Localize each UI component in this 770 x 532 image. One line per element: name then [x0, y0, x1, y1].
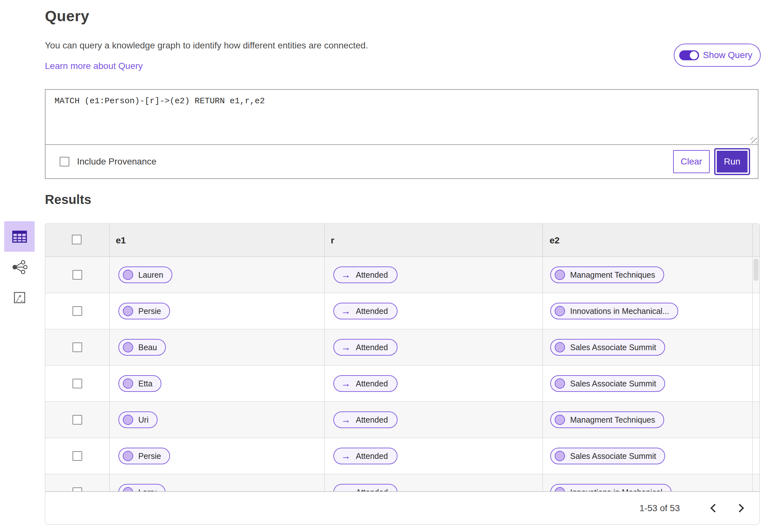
- row-checkbox[interactable]: [72, 487, 82, 492]
- show-query-label: Show Query: [703, 50, 752, 60]
- table-scrollbar-thumb[interactable]: [754, 258, 758, 281]
- toggle-on-icon[interactable]: [679, 50, 699, 60]
- table-row: Uri → Attended Managment Techniques: [45, 402, 759, 438]
- relation-pill-label: Attended: [356, 343, 388, 352]
- e2-pill-label: Managment Techniques: [570, 270, 655, 280]
- relation-pill[interactable]: → Attended: [333, 339, 398, 356]
- entity-node-icon: [555, 306, 565, 316]
- entity-pill-e2[interactable]: Sales Associate Summit: [550, 375, 665, 392]
- relation-pill[interactable]: → Attended: [333, 484, 398, 492]
- table-body: Lauren → Attended Managment Techniques P…: [45, 257, 759, 492]
- column-divider: [543, 224, 543, 491]
- fit-view-button[interactable]: [4, 282, 35, 313]
- select-all-checkbox[interactable]: [72, 235, 81, 244]
- table-header: e1 r e2: [45, 224, 759, 257]
- relation-pill[interactable]: → Attended: [333, 411, 398, 428]
- e1-pill-label: Persie: [138, 452, 161, 461]
- chevron-left-icon: [710, 504, 719, 512]
- entity-node-icon: [555, 378, 565, 389]
- results-table: e1 r e2 Lauren → Attended Managment Tech…: [45, 224, 760, 492]
- relation-pill[interactable]: → Attended: [333, 266, 398, 283]
- column-divider: [324, 224, 325, 491]
- table-icon: [12, 231, 27, 243]
- e1-pill-label: Uri: [138, 415, 148, 425]
- pagination-bar: 1-53 of 53: [45, 492, 760, 525]
- relation-pill[interactable]: → Attended: [333, 448, 398, 464]
- arrow-right-icon: →: [341, 306, 351, 316]
- query-actions: Clear Run: [673, 149, 751, 174]
- entity-node-icon: [123, 487, 133, 492]
- table-view-button[interactable]: [4, 221, 35, 252]
- pagination-range: 1-53 of 53: [639, 503, 680, 513]
- graph-view-button[interactable]: [4, 252, 35, 282]
- e2-pill-label: Innovations in Mechanical...: [570, 307, 669, 316]
- table-row: Lauren → Attended Managment Techniques: [45, 257, 759, 293]
- entity-node-icon: [123, 378, 133, 389]
- entity-pill-e1[interactable]: Persie: [118, 448, 170, 464]
- table-row: Larry → Attended Innovations in Mechanic…: [45, 474, 759, 492]
- entity-pill-e1[interactable]: Uri: [118, 411, 157, 428]
- e2-pill-label: Sales Associate Summit: [570, 452, 656, 461]
- row-checkbox[interactable]: [72, 451, 82, 461]
- prev-page-button[interactable]: [706, 500, 722, 516]
- entity-node-icon: [123, 342, 133, 352]
- arrow-right-icon: →: [341, 270, 351, 280]
- include-provenance-label: Include Provenance: [77, 156, 156, 167]
- arrow-right-icon: →: [341, 451, 351, 461]
- arrow-right-icon: →: [341, 379, 351, 388]
- entity-node-icon: [555, 451, 565, 461]
- entity-pill-e1[interactable]: Etta: [118, 375, 161, 392]
- fit-graph-icon: [14, 292, 25, 303]
- resize-grip-icon[interactable]: [750, 137, 757, 143]
- entity-pill-e2[interactable]: Innovations in Mechanical: [550, 484, 672, 492]
- table-row: Persie → Attended Innovations in Mechani…: [45, 293, 759, 329]
- network-icon: [12, 260, 28, 274]
- entity-node-icon: [555, 415, 565, 425]
- row-checkbox[interactable]: [72, 415, 82, 425]
- query-input[interactable]: MATCH (e1:Person)-[r]->(e2) RETURN e1,r,…: [46, 90, 758, 144]
- entity-pill-e1[interactable]: Larry: [118, 484, 165, 492]
- entity-node-icon: [123, 306, 133, 316]
- entity-pill-e1[interactable]: Persie: [118, 303, 170, 319]
- next-page-button[interactable]: [732, 500, 749, 516]
- relation-pill[interactable]: → Attended: [333, 303, 398, 319]
- row-checkbox[interactable]: [72, 379, 82, 388]
- results-view-switcher: [4, 221, 35, 313]
- relation-pill-label: Attended: [356, 488, 388, 492]
- toggle-knob: [690, 51, 698, 59]
- query-panel-footer: Include Provenance Clear Run: [46, 145, 758, 178]
- relation-pill-label: Attended: [356, 379, 388, 388]
- arrow-right-icon: →: [341, 415, 351, 425]
- run-button[interactable]: Run: [715, 149, 749, 174]
- relation-pill[interactable]: → Attended: [333, 375, 398, 392]
- relation-pill-label: Attended: [356, 270, 388, 280]
- e2-pill-label: Managment Techniques: [570, 415, 655, 425]
- query-editor: MATCH (e1:Person)-[r]->(e2) RETURN e1,r,…: [46, 90, 758, 145]
- clear-button[interactable]: Clear: [673, 150, 710, 173]
- row-checkbox[interactable]: [72, 270, 82, 280]
- e1-pill-label: Beau: [138, 343, 157, 352]
- entity-pill-e2[interactable]: Innovations in Mechanical...: [550, 303, 678, 319]
- entity-pill-e1[interactable]: Lauren: [118, 266, 172, 283]
- e2-pill-label: Sales Associate Summit: [570, 343, 656, 352]
- include-provenance-checkbox[interactable]: [60, 157, 69, 166]
- include-provenance-option[interactable]: Include Provenance: [60, 156, 156, 167]
- column-divider: [109, 224, 110, 491]
- relation-pill-label: Attended: [356, 452, 388, 461]
- entity-node-icon: [555, 270, 565, 280]
- entity-pill-e1[interactable]: Beau: [118, 339, 166, 356]
- e1-pill-label: Persie: [138, 307, 161, 316]
- e2-pill-label: Sales Associate Summit: [570, 379, 656, 388]
- entity-node-icon: [555, 342, 565, 352]
- entity-pill-e2[interactable]: Sales Associate Summit: [550, 339, 665, 356]
- relation-pill-label: Attended: [356, 307, 388, 316]
- results-title: Results: [45, 192, 91, 207]
- column-header-r: r: [331, 224, 334, 257]
- learn-more-link[interactable]: Learn more about Query: [45, 61, 143, 71]
- row-checkbox[interactable]: [72, 342, 82, 352]
- row-checkbox[interactable]: [72, 306, 82, 316]
- entity-pill-e2[interactable]: Sales Associate Summit: [550, 448, 665, 464]
- show-query-toggle[interactable]: Show Query: [674, 44, 761, 67]
- entity-pill-e2[interactable]: Managment Techniques: [550, 411, 664, 428]
- entity-pill-e2[interactable]: Managment Techniques: [550, 266, 664, 283]
